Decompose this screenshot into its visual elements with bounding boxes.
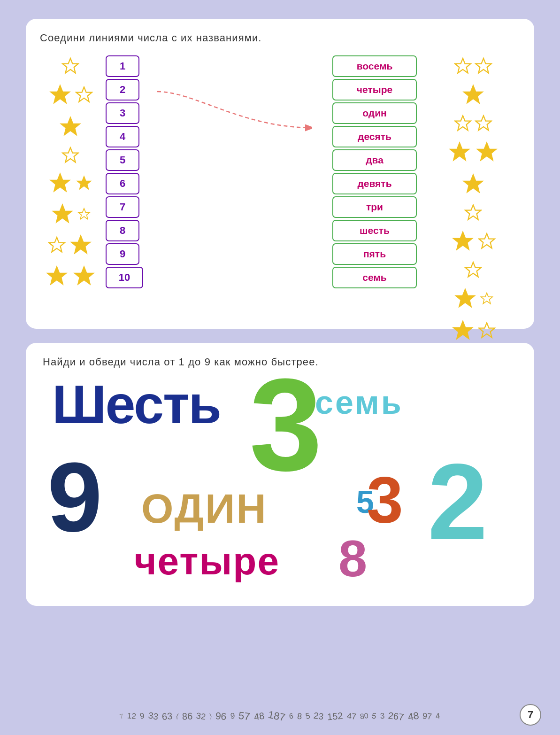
- svg-marker-11: [46, 265, 68, 286]
- svg-marker-9: [49, 237, 64, 252]
- star-outline-icon: [61, 57, 79, 75]
- stars-right-column: [426, 57, 520, 343]
- star-yellow5-icon: [50, 202, 75, 226]
- svg-marker-2: [76, 87, 92, 101]
- num-2-teal: 2: [428, 448, 488, 556]
- star-right6-icon: [447, 140, 472, 164]
- svg-marker-28: [479, 323, 494, 337]
- num-9-blue: 9: [47, 448, 102, 547]
- star-yellow-icon: [48, 83, 72, 107]
- star-right15-icon: [451, 318, 475, 343]
- top-instruction: Соедини линиями числа с их названиями.: [40, 32, 520, 44]
- footer-num-1: 7: [119, 712, 125, 720]
- svg-marker-13: [455, 58, 470, 73]
- star-right9-icon: [464, 204, 482, 222]
- star-right13-icon: [453, 286, 477, 311]
- word-chetyre-big: четыре: [134, 542, 280, 580]
- svg-marker-16: [455, 116, 470, 130]
- word-box-vosem: восемь: [332, 55, 417, 77]
- svg-marker-5: [49, 172, 71, 193]
- svg-marker-4: [62, 147, 78, 162]
- footer-numbers: 7 12 9 33 63 ⟨ 86 32 ⟩ 96 9 57 48 187 6 …: [0, 702, 560, 730]
- svg-marker-21: [465, 205, 481, 219]
- footer-num-16: 8: [297, 711, 302, 721]
- num-box-6: 6: [106, 173, 139, 194]
- star-outline3-icon: [61, 147, 79, 164]
- star-yellow4-icon: [75, 174, 93, 192]
- svg-marker-18: [449, 141, 470, 162]
- star-yellow2-icon: [58, 115, 83, 139]
- page-number: 7: [520, 704, 541, 726]
- footer-num-3: 9: [139, 711, 145, 721]
- num-box-7: 7: [106, 196, 139, 218]
- footer-num-8: 32: [196, 711, 207, 722]
- star-right2-icon: [475, 57, 492, 75]
- stars-left-column: [40, 57, 101, 288]
- svg-marker-1: [49, 84, 71, 104]
- footer-num-12: 57: [238, 710, 251, 723]
- star-right16-icon: [478, 322, 496, 340]
- footer-num-14: 187: [267, 709, 286, 724]
- num-box-2: 2: [106, 79, 139, 101]
- footer-num-7: 86: [182, 711, 192, 722]
- svg-marker-27: [452, 320, 474, 340]
- footer-num-23: 3: [380, 712, 385, 721]
- footer-num-24: 267: [388, 710, 405, 723]
- footer-num-19: 152: [327, 710, 343, 722]
- svg-marker-24: [465, 262, 481, 277]
- connecting-line: [157, 81, 312, 147]
- word-shest-big: Шесть: [52, 378, 221, 432]
- num-box-5: 5: [106, 149, 139, 171]
- star-right5-icon: [475, 115, 492, 132]
- svg-marker-10: [70, 234, 92, 255]
- num-box-9: 9: [106, 243, 139, 265]
- star-right4-icon: [454, 115, 472, 132]
- svg-marker-7: [52, 203, 73, 224]
- star-outline2-icon: [75, 86, 93, 104]
- word-box-pyat: пять: [332, 243, 417, 265]
- star-right7-icon: [475, 140, 499, 164]
- word-odin-big: ОДИН: [141, 488, 268, 529]
- svg-marker-3: [60, 116, 81, 136]
- footer-num-2: 12: [127, 711, 137, 721]
- word-box-sem: семь: [332, 267, 417, 288]
- num-box-10: 10: [106, 267, 143, 288]
- num-box-4: 4: [106, 126, 139, 147]
- star-right3-icon: [461, 83, 485, 107]
- footer-num-4: 33: [147, 710, 159, 722]
- svg-marker-19: [476, 141, 498, 162]
- card-bottom: Найди и обведи числа от 1 до 9 как можно…: [26, 343, 534, 606]
- footer-num-5: 63: [161, 711, 173, 722]
- svg-marker-14: [476, 58, 491, 73]
- star-outline4-icon: [77, 208, 91, 221]
- svg-marker-8: [78, 209, 90, 219]
- word-box-chetyre: четыре: [332, 79, 417, 101]
- footer-num-25: 48: [407, 710, 420, 722]
- footer-num-18: 23: [313, 711, 324, 722]
- footer-num-22: 5: [371, 711, 377, 721]
- word-box-odin: один: [332, 102, 417, 124]
- star-yellow7-icon: [45, 264, 69, 288]
- footer-num-10: 96: [215, 710, 227, 722]
- word-box-desyat: десять: [332, 126, 417, 147]
- footer-num-13: 48: [253, 710, 265, 722]
- num-8-pink: 8: [338, 533, 367, 584]
- word-sem-big: семь: [315, 386, 403, 419]
- star-yellow3-icon: [48, 171, 72, 195]
- num-3-green: 3: [249, 373, 322, 490]
- star-right14-icon: [480, 292, 493, 305]
- svg-marker-0: [62, 58, 78, 73]
- footer-num-26: 97: [422, 711, 432, 722]
- big-words-area: Шесть семь 3 9 ОДИН 5: [43, 373, 517, 589]
- star-right11-icon: [478, 232, 496, 250]
- exercise-area: 1 2 3 4 5 6 7 8 9 10: [40, 53, 520, 325]
- star-yellow6-icon: [69, 233, 93, 257]
- star-yellow8-icon: [72, 264, 96, 288]
- svg-marker-23: [479, 233, 494, 248]
- num-box-1: 1: [106, 55, 139, 77]
- svg-marker-26: [481, 293, 493, 304]
- word-box-shest: шесть: [332, 220, 417, 241]
- footer-num-15: 6: [289, 712, 294, 721]
- num-box-3: 3: [106, 102, 139, 124]
- footer-num-20: 47: [346, 711, 356, 722]
